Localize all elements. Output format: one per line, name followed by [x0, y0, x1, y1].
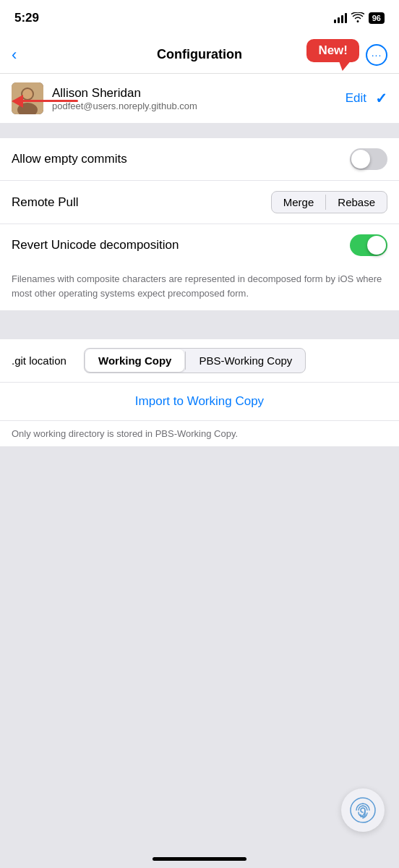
- toggle-knob-2: [367, 236, 386, 255]
- revert-unicode-label: Revert Unicode decomposition: [12, 238, 179, 252]
- nav-title: Configuration: [157, 47, 242, 62]
- edit-button[interactable]: Edit: [346, 91, 366, 106]
- fingerprint-button[interactable]: [341, 788, 385, 832]
- status-bar: 5:29 96: [0, 0, 399, 36]
- settings-section: Allow empty commits Remote Pull Merge Re…: [0, 138, 399, 310]
- status-time: 5:29: [14, 11, 39, 25]
- new-badge-container: New!: [306, 39, 359, 62]
- svg-point-4: [351, 798, 375, 822]
- remote-pull-row: Remote Pull Merge Rebase: [0, 181, 399, 224]
- user-name: Allison Sheridan: [52, 86, 197, 101]
- remote-pull-control: Merge Rebase: [271, 191, 387, 213]
- git-location-control: Working Copy PBS-Working Copy: [84, 348, 306, 373]
- revert-unicode-row: Revert Unicode decomposition: [0, 224, 399, 266]
- merge-button[interactable]: Merge: [272, 192, 326, 213]
- unicode-description: Filenames with composite characters are …: [0, 266, 399, 310]
- allow-empty-commits-row: Allow empty commits: [0, 138, 399, 181]
- pbs-working-copy-button[interactable]: PBS-Working Copy: [186, 349, 305, 373]
- toggle-knob: [351, 150, 370, 169]
- user-details: Allison Sheridan podfeet@users.noreply.g…: [52, 86, 197, 111]
- user-section: Allison Sheridan podfeet@users.noreply.g…: [0, 74, 399, 124]
- avatar: [12, 82, 43, 114]
- section-divider-2: [0, 310, 399, 325]
- home-indicator: [153, 857, 246, 861]
- new-badge-arrow: [337, 60, 350, 72]
- allow-empty-commits-toggle[interactable]: [350, 148, 387, 170]
- user-email: podfeet@users.noreply.github.com: [52, 101, 197, 111]
- wifi-icon: [351, 12, 364, 25]
- status-icons: 96: [334, 12, 385, 25]
- new-badge: New!: [306, 39, 359, 62]
- user-info: Allison Sheridan podfeet@users.noreply.g…: [12, 82, 197, 114]
- git-location-section: .git location Working Copy PBS-Working C…: [0, 339, 399, 446]
- more-dots-icon: ···: [372, 49, 382, 61]
- remote-pull-label: Remote Pull: [12, 195, 79, 210]
- section-divider-1: [0, 124, 399, 138]
- fingerprint-icon: [349, 796, 377, 824]
- user-actions: Edit ✓: [346, 90, 387, 107]
- signal-bars-icon: [334, 13, 347, 23]
- back-button[interactable]: ‹: [12, 46, 17, 64]
- import-button[interactable]: Import to Working Copy: [135, 394, 264, 408]
- git-info-text: Only working directory is stored in PBS-…: [0, 421, 399, 446]
- more-button[interactable]: ···: [366, 44, 387, 66]
- svg-point-3: [22, 89, 33, 99]
- working-copy-button[interactable]: Working Copy: [85, 349, 184, 372]
- import-row: Import to Working Copy: [0, 383, 399, 421]
- revert-unicode-toggle[interactable]: [350, 234, 387, 256]
- allow-empty-commits-label: Allow empty commits: [12, 152, 127, 166]
- battery-icon: 96: [369, 12, 385, 24]
- git-location-label: .git location: [12, 354, 77, 367]
- git-location-row: .git location Working Copy PBS-Working C…: [0, 339, 399, 383]
- checkmark-icon: ✓: [375, 90, 387, 107]
- rebase-button[interactable]: Rebase: [326, 192, 387, 213]
